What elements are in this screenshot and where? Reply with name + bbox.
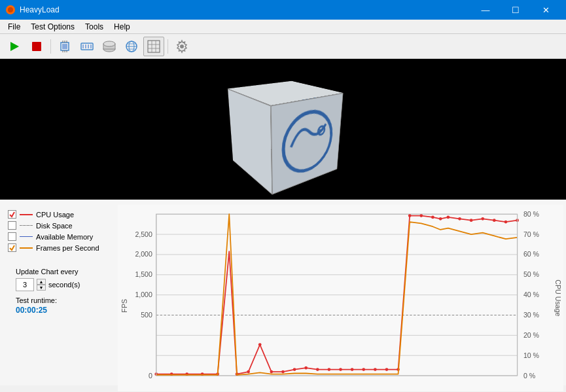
window-title: HeavyLoad bbox=[20, 5, 470, 14]
toolbar bbox=[0, 34, 566, 59]
svg-point-78 bbox=[339, 368, 342, 371]
svg-point-84 bbox=[408, 214, 412, 217]
spinner-control: 3 ▲ ▼ second(s) bbox=[16, 278, 102, 291]
svg-point-89 bbox=[458, 217, 461, 221]
svg-marker-2 bbox=[10, 42, 19, 51]
svg-point-91 bbox=[481, 217, 484, 221]
svg-text:2,000: 2,000 bbox=[135, 250, 152, 258]
legend-item-cpu: CPU Usage bbox=[8, 210, 110, 219]
svg-point-76 bbox=[316, 368, 319, 371]
stop-button[interactable] bbox=[26, 37, 47, 56]
svg-point-77 bbox=[328, 368, 331, 371]
gpu-button[interactable] bbox=[143, 37, 164, 56]
svg-text:70 %: 70 % bbox=[523, 230, 540, 238]
svg-text:50 %: 50 % bbox=[523, 270, 540, 278]
svg-rect-5 bbox=[62, 44, 67, 49]
fps-color-line bbox=[20, 247, 33, 249]
menu-tools[interactable]: Tools bbox=[80, 21, 109, 33]
svg-point-20 bbox=[110, 48, 113, 50]
menu-bar: File Test Options Tools Help bbox=[0, 20, 566, 34]
network-button[interactable] bbox=[121, 37, 142, 56]
minimize-button[interactable]: — bbox=[470, 0, 501, 20]
chart-svg: 0 500 1,000 1,500 2,000 2,500 FPS 0 % 10… bbox=[118, 205, 563, 391]
app-icon bbox=[5, 5, 16, 15]
menu-test-options[interactable]: Test Options bbox=[26, 21, 80, 33]
update-section: Update Chart every 3 ▲ ▼ second(s) Test … bbox=[8, 261, 110, 317]
svg-text:2,500: 2,500 bbox=[135, 230, 152, 238]
svg-point-1 bbox=[8, 7, 13, 12]
close-button[interactable]: ✕ bbox=[531, 0, 561, 20]
legend-panel: CPU Usage Disk Space Available Memory Fr… bbox=[0, 205, 118, 391]
separator-2 bbox=[168, 39, 168, 54]
menu-file[interactable]: File bbox=[3, 21, 26, 33]
svg-point-87 bbox=[439, 217, 442, 221]
legend-item-fps: Frames per Second bbox=[8, 243, 110, 252]
svg-text:40 %: 40 % bbox=[523, 291, 540, 298]
svg-point-19 bbox=[103, 41, 115, 46]
disk-label: Disk Space bbox=[36, 222, 73, 230]
svg-point-79 bbox=[351, 368, 354, 371]
disk-color-line bbox=[20, 225, 33, 226]
interval-input[interactable]: 3 bbox=[16, 278, 34, 291]
svg-point-86 bbox=[431, 216, 434, 219]
memory-button[interactable] bbox=[77, 37, 97, 56]
svg-text:30 %: 30 % bbox=[523, 311, 540, 319]
checkbox-cpu[interactable] bbox=[8, 210, 16, 219]
play-button[interactable] bbox=[4, 37, 25, 56]
3d-cube bbox=[246, 86, 314, 175]
menu-help[interactable]: Help bbox=[109, 21, 135, 33]
svg-rect-16 bbox=[90, 45, 92, 48]
runtime-label: Test runtime: bbox=[16, 296, 102, 304]
svg-text:10 %: 10 % bbox=[523, 351, 540, 359]
seconds-label: second(s) bbox=[48, 281, 80, 289]
svg-point-93 bbox=[504, 221, 508, 224]
svg-point-71 bbox=[258, 343, 262, 346]
svg-text:CPU Usage: CPU Usage bbox=[554, 279, 562, 316]
disk-button[interactable] bbox=[99, 37, 120, 56]
cpu-color-line bbox=[20, 214, 33, 215]
svg-rect-15 bbox=[88, 45, 89, 48]
svg-point-32 bbox=[283, 107, 333, 178]
svg-rect-14 bbox=[85, 45, 86, 48]
3d-cube-container bbox=[224, 71, 342, 188]
legend-item-disk: Disk Space bbox=[8, 221, 110, 230]
maximize-button[interactable]: ☐ bbox=[501, 0, 531, 20]
svg-text:0 %: 0 % bbox=[523, 372, 536, 380]
spinner-up[interactable]: ▲ bbox=[37, 279, 46, 285]
svg-text:20 %: 20 % bbox=[523, 331, 540, 339]
svg-point-73 bbox=[281, 370, 285, 374]
fps-label: Frames per Second bbox=[36, 244, 99, 252]
svg-text:500: 500 bbox=[141, 311, 152, 319]
svg-point-88 bbox=[447, 216, 450, 219]
cube-face-front bbox=[270, 92, 343, 194]
svg-point-90 bbox=[470, 219, 473, 222]
svg-point-75 bbox=[304, 366, 308, 370]
svg-point-72 bbox=[270, 370, 273, 374]
svg-rect-26 bbox=[148, 41, 160, 52]
runtime-value: 00:00:25 bbox=[16, 306, 102, 315]
memory-color-line bbox=[20, 236, 33, 237]
checkbox-fps[interactable] bbox=[8, 243, 16, 252]
chart-area: CPU Usage Disk Space Available Memory Fr… bbox=[0, 200, 566, 392]
svg-text:80 %: 80 % bbox=[523, 210, 540, 218]
title-bar: HeavyLoad — ☐ ✕ bbox=[0, 0, 566, 20]
memory-label: Available Memory bbox=[36, 233, 93, 241]
svg-text:0: 0 bbox=[149, 372, 152, 380]
separator-1 bbox=[50, 39, 51, 54]
cube-face-left bbox=[228, 88, 272, 194]
checkbox-memory[interactable] bbox=[8, 232, 16, 241]
cpu-button[interactable] bbox=[54, 37, 75, 56]
legend-item-memory: Available Memory bbox=[8, 232, 110, 241]
svg-point-92 bbox=[493, 219, 496, 222]
chart-wrapper: 0 500 1,000 1,500 2,000 2,500 FPS 0 % 10… bbox=[118, 205, 563, 391]
checkbox-disk[interactable] bbox=[8, 221, 16, 230]
svg-rect-3 bbox=[32, 42, 41, 51]
svg-text:FPS: FPS bbox=[120, 299, 128, 313]
svg-text:1,000: 1,000 bbox=[135, 291, 152, 298]
svg-point-85 bbox=[419, 214, 423, 217]
svg-point-81 bbox=[374, 368, 377, 371]
cpu-label: CPU Usage bbox=[36, 211, 74, 219]
spinner-down[interactable]: ▼ bbox=[37, 285, 46, 291]
svg-rect-13 bbox=[82, 45, 84, 48]
settings-button[interactable] bbox=[171, 37, 192, 56]
